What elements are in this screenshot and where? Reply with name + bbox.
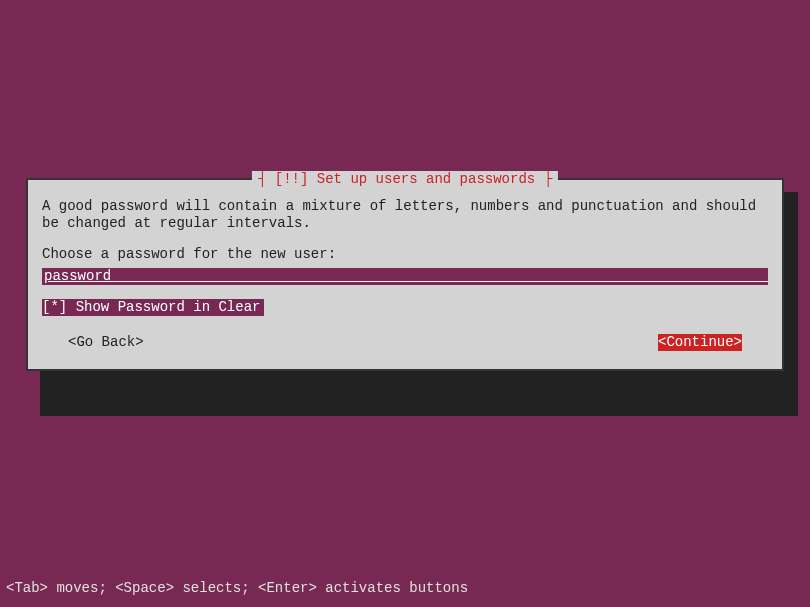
- installer-dialog: ┤ [!!] Set up users and passwords ├ A go…: [26, 178, 784, 371]
- show-password-checkbox[interactable]: [*] Show Password in Clear: [42, 299, 264, 316]
- dialog-box: ┤ [!!] Set up users and passwords ├ A go…: [26, 178, 784, 371]
- dialog-description: A good password will contain a mixture o…: [42, 198, 768, 232]
- password-input[interactable]: password________________________________…: [42, 268, 768, 285]
- go-back-button[interactable]: <Go Back>: [68, 334, 144, 351]
- keyboard-hint-footer: <Tab> moves; <Space> selects; <Enter> ac…: [6, 580, 468, 597]
- continue-button[interactable]: <Continue>: [658, 334, 742, 351]
- dialog-title-text: [!!] Set up users and passwords: [275, 171, 535, 187]
- password-prompt: Choose a password for the new user:: [42, 246, 768, 263]
- button-row: <Go Back> <Continue>: [42, 334, 768, 351]
- input-underline-fill: ________________________________________…: [111, 268, 768, 284]
- password-value: password: [44, 268, 111, 284]
- checkbox-label: Show Password in Clear: [76, 299, 261, 315]
- dialog-title: ┤ [!!] Set up users and passwords ├: [252, 171, 558, 188]
- checkbox-mark: [*]: [42, 299, 67, 315]
